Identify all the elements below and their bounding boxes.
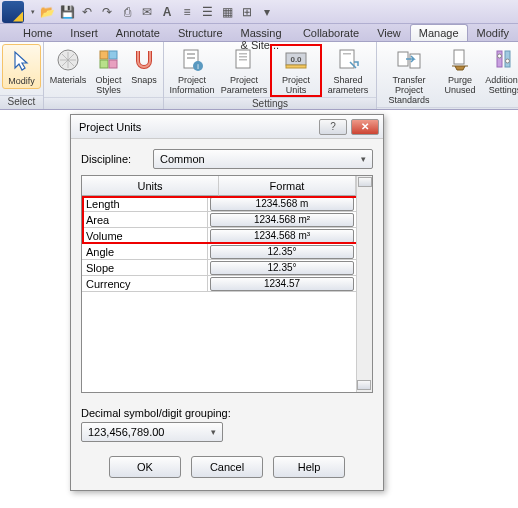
project-params-icon [230,46,258,74]
undo-icon[interactable]: ↶ [78,3,96,21]
row-volume[interactable]: Volume1234.568 m³ [82,228,372,244]
project-information-button[interactable]: i ProjectInformation [166,44,218,97]
drop-icon[interactable]: ▾ [258,3,276,21]
svg-rect-2 [109,51,117,59]
svg-rect-6 [187,53,195,55]
tab-annotate[interactable]: Annotate [107,24,169,41]
cursor-icon [8,47,36,75]
ok-button[interactable]: OK [109,456,181,478]
snaps-button[interactable]: Snaps [127,44,161,87]
dialog-title: Project Units [79,121,319,133]
transfer-standards-button[interactable]: TransferProject Standards [379,44,439,107]
align-icon[interactable]: ≡ [178,3,196,21]
print-icon[interactable]: ⎙ [118,3,136,21]
row-area[interactable]: Area1234.568 m² [82,212,372,228]
tab-massing[interactable]: Massing & Site... [232,24,294,41]
row-slope[interactable]: Slope12.35° [82,260,372,276]
table-icon[interactable]: ▦ [218,3,236,21]
mail-icon[interactable]: ✉ [138,3,156,21]
help-sys-button[interactable]: ? [319,119,347,135]
tab-view[interactable]: View [368,24,410,41]
additional-settings-icon [491,46,518,74]
format-volume[interactable]: 1234.568 m³ [210,229,354,243]
svg-rect-4 [109,60,117,68]
open-icon[interactable]: 📂 [38,3,56,21]
svg-rect-13 [239,59,247,61]
svg-rect-21 [454,50,464,64]
tab-collaborate[interactable]: Collaborate [294,24,368,41]
svg-rect-16 [286,65,306,68]
format-area[interactable]: 1234.568 m² [210,213,354,227]
format-currency[interactable]: 1234.57 [210,277,354,291]
modify-button[interactable]: Modify [2,44,41,89]
shared-parameters-button[interactable]: Sharedarameters [322,44,374,97]
svg-rect-17 [340,50,354,68]
decimal-label: Decimal symbol/digit grouping: [81,407,373,419]
group-label-4 [377,107,518,109]
discipline-label: Discipline: [81,153,153,165]
svg-point-25 [506,59,510,63]
svg-point-24 [498,54,502,58]
row-currency[interactable]: Currency1234.57 [82,276,372,292]
svg-rect-7 [187,57,195,59]
header-format: Format [219,176,356,196]
svg-text:0.0: 0.0 [290,55,302,64]
ribbon-tabs: Home Insert Annotate Structure Massing &… [0,24,518,42]
grid-scrollbar[interactable] [356,176,372,392]
tab-modify[interactable]: Modify [468,24,518,41]
additional-settings-button[interactable]: AdditionalSettings [481,44,518,97]
svg-rect-3 [100,60,108,68]
units-grid: Units Format Length1234.568 m Area1234.5… [81,175,373,393]
row-angle[interactable]: Angle12.35° [82,244,372,260]
svg-rect-11 [239,53,247,55]
project-units-icon: 0.0 [282,46,310,74]
svg-rect-1 [100,51,108,59]
svg-rect-18 [343,53,351,55]
ribbon: Modify Select Materials ObjectStyles Sna… [0,42,518,110]
save-icon[interactable]: 💾 [58,3,76,21]
materials-icon [54,46,82,74]
purge-icon [446,46,474,74]
tab-insert[interactable]: Insert [61,24,107,41]
group-label-2 [44,97,163,109]
svg-rect-12 [239,56,247,58]
grid-icon[interactable]: ⊞ [238,3,256,21]
group-label-settings: Settings [164,97,376,109]
project-parameters-button[interactable]: ProjectParameters [218,44,270,97]
project-info-icon: i [178,46,206,74]
materials-button[interactable]: Materials [46,44,90,87]
purge-unused-button[interactable]: PurgeUnused [439,44,481,97]
discipline-combo[interactable]: Common [153,149,373,169]
format-length[interactable]: 1234.568 m [210,197,354,211]
app-icon[interactable] [2,1,24,23]
snaps-icon [130,46,158,74]
object-styles-button[interactable]: ObjectStyles [90,44,127,97]
cancel-button[interactable]: Cancel [191,456,263,478]
redo-icon[interactable]: ↷ [98,3,116,21]
header-units: Units [82,176,219,196]
project-units-button[interactable]: 0.0 ProjectUnits [270,44,322,97]
decimal-combo[interactable]: 123,456,789.00 [81,422,223,442]
tab-manage[interactable]: Manage [410,24,468,41]
format-slope[interactable]: 12.35° [210,261,354,275]
object-styles-icon [95,46,123,74]
dialog-titlebar: Project Units ? ✕ [71,115,383,139]
tab-home[interactable]: Home [14,24,61,41]
transfer-icon [395,46,423,74]
project-units-dialog: Project Units ? ✕ Discipline: Common Uni… [70,114,384,491]
list-icon[interactable]: ☰ [198,3,216,21]
text-icon[interactable]: A [158,3,176,21]
svg-rect-22 [497,51,502,67]
format-angle[interactable]: 12.35° [210,245,354,259]
app-menu-dropdown[interactable]: ▾ [28,8,38,16]
tab-structure[interactable]: Structure [169,24,232,41]
shared-params-icon [334,46,362,74]
quick-access-toolbar: ▾ 📂 💾 ↶ ↷ ⎙ ✉ A ≡ ☰ ▦ ⊞ ▾ [0,0,518,24]
row-length[interactable]: Length1234.568 m [82,196,372,212]
group-label-select: Select [0,95,43,109]
help-button[interactable]: Help [273,456,345,478]
close-button[interactable]: ✕ [351,119,379,135]
